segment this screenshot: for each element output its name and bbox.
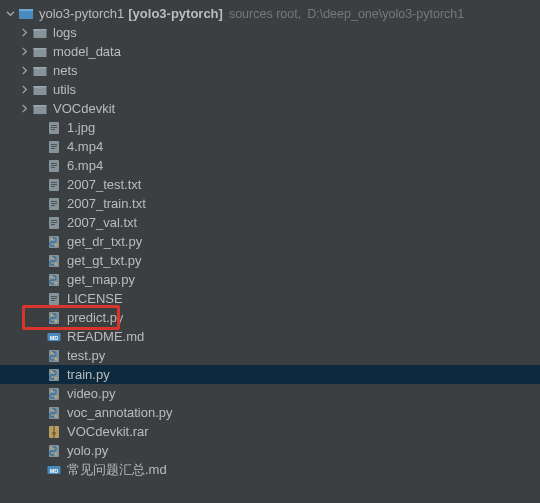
folder-icon [32, 101, 48, 117]
svg-rect-19 [51, 182, 57, 183]
tree-file-row[interactable]: test.py [0, 346, 540, 365]
tree-item-label: model_data [53, 44, 121, 59]
folder-root-icon [18, 6, 34, 22]
python-file-icon [46, 234, 62, 250]
svg-rect-13 [51, 148, 55, 149]
svg-point-49 [51, 352, 53, 354]
tree-file-row[interactable]: voc_annotation.py [0, 403, 540, 422]
tree-file-row[interactable]: MD常见问题汇总.md [0, 460, 540, 479]
tree-item-label: get_gt_txt.py [67, 253, 141, 268]
svg-point-56 [55, 396, 57, 398]
svg-point-44 [51, 314, 53, 316]
chevron-right-icon[interactable] [18, 84, 30, 96]
root-tag: sources root, [229, 7, 301, 21]
tree-file-row[interactable]: yolo.py [0, 441, 540, 460]
tree-file-row[interactable]: VOCdevkit.rar [0, 422, 540, 441]
tree-item-label: video.py [67, 386, 115, 401]
svg-rect-11 [51, 144, 57, 145]
project-tree: yolo3-pytorch1 [yolo3-pytorch] sources r… [0, 0, 540, 483]
python-file-icon [46, 386, 62, 402]
svg-rect-1 [34, 29, 47, 31]
text-file-icon [46, 215, 62, 231]
chevron-down-icon[interactable] [4, 8, 16, 20]
tree-item-label: 2007_val.txt [67, 215, 137, 230]
tree-file-row[interactable]: 1.jpg [0, 118, 540, 137]
text-file-icon [46, 158, 62, 174]
tree-folder-row[interactable]: VOCdevkit [0, 99, 540, 118]
python-file-icon [46, 367, 62, 383]
svg-rect-42 [51, 300, 55, 301]
tree-file-row[interactable]: get_gt_txt.py [0, 251, 540, 270]
svg-rect-9 [51, 129, 55, 130]
svg-rect-5 [34, 105, 47, 107]
tree-file-row[interactable]: 6.mp4 [0, 156, 540, 175]
tree-item-label: VOCdevkit.rar [67, 424, 149, 439]
tree-file-row[interactable]: get_map.py [0, 270, 540, 289]
python-file-icon [46, 272, 62, 288]
markdown-file-icon: MD [46, 329, 62, 345]
tree-file-row[interactable]: predict.py [0, 308, 540, 327]
tree-item-label: utils [53, 82, 76, 97]
svg-rect-20 [51, 184, 57, 185]
chevron-right-icon[interactable] [18, 46, 30, 58]
tree-file-row[interactable]: get_dr_txt.py [0, 232, 540, 251]
root-module: [yolo3-pytorch] [128, 6, 223, 21]
tree-item-label: get_dr_txt.py [67, 234, 142, 249]
tree-folder-row[interactable]: utils [0, 80, 540, 99]
svg-point-34 [51, 257, 53, 259]
tree-file-row[interactable]: 2007_train.txt [0, 194, 540, 213]
tree-file-row[interactable]: 2007_test.txt [0, 175, 540, 194]
text-file-icon [46, 291, 62, 307]
root-path: D:\deep_one\yolo3-pytorch1 [307, 7, 464, 21]
text-file-icon [46, 120, 62, 136]
tree-file-row[interactable]: MDREADME.md [0, 327, 540, 346]
svg-point-45 [55, 320, 57, 322]
svg-rect-15 [51, 163, 57, 164]
tree-item-label: 1.jpg [67, 120, 95, 135]
svg-rect-29 [51, 224, 55, 225]
python-file-icon [46, 405, 62, 421]
tree-item-label: README.md [67, 329, 144, 344]
python-file-icon [46, 310, 62, 326]
svg-rect-27 [51, 220, 57, 221]
tree-item-label: 4.mp4 [67, 139, 103, 154]
tree-item-label: nets [53, 63, 78, 78]
tree-folder-row[interactable]: model_data [0, 42, 540, 61]
chevron-right-icon[interactable] [18, 27, 30, 39]
tree-file-row[interactable]: LICENSE [0, 289, 540, 308]
svg-point-38 [55, 282, 57, 284]
tree-file-row[interactable]: train.py [0, 365, 540, 384]
tree-item-label: voc_annotation.py [67, 405, 173, 420]
svg-point-64 [51, 447, 53, 449]
svg-rect-4 [34, 86, 47, 88]
svg-point-50 [55, 358, 57, 360]
folder-icon [32, 82, 48, 98]
chevron-right-icon[interactable] [18, 65, 30, 77]
svg-rect-41 [51, 298, 57, 299]
tree-file-row[interactable]: video.py [0, 384, 540, 403]
svg-rect-2 [34, 48, 47, 50]
svg-rect-24 [51, 203, 57, 204]
svg-rect-12 [51, 146, 57, 147]
svg-rect-23 [51, 201, 57, 202]
root-name: yolo3-pytorch1 [39, 6, 124, 21]
tree-folder-row[interactable]: logs [0, 23, 540, 42]
folder-icon [32, 63, 48, 79]
tree-file-row[interactable]: 4.mp4 [0, 137, 540, 156]
archive-file-icon [46, 424, 62, 440]
python-file-icon [46, 443, 62, 459]
tree-folder-row[interactable]: nets [0, 61, 540, 80]
tree-item-label: logs [53, 25, 77, 40]
text-file-icon [46, 196, 62, 212]
tree-item-label: 常见问题汇总.md [67, 461, 167, 479]
tree-item-label: 6.mp4 [67, 158, 103, 173]
tree-item-label: VOCdevkit [53, 101, 115, 116]
svg-point-53 [55, 377, 57, 379]
tree-file-row[interactable]: 2007_val.txt [0, 213, 540, 232]
svg-point-35 [55, 263, 57, 265]
tree-item-label: LICENSE [67, 291, 123, 306]
chevron-right-icon[interactable] [18, 103, 30, 115]
markdown-file-icon: MD [46, 462, 62, 478]
folder-icon [32, 44, 48, 60]
tree-root-row[interactable]: yolo3-pytorch1 [yolo3-pytorch] sources r… [0, 4, 540, 23]
